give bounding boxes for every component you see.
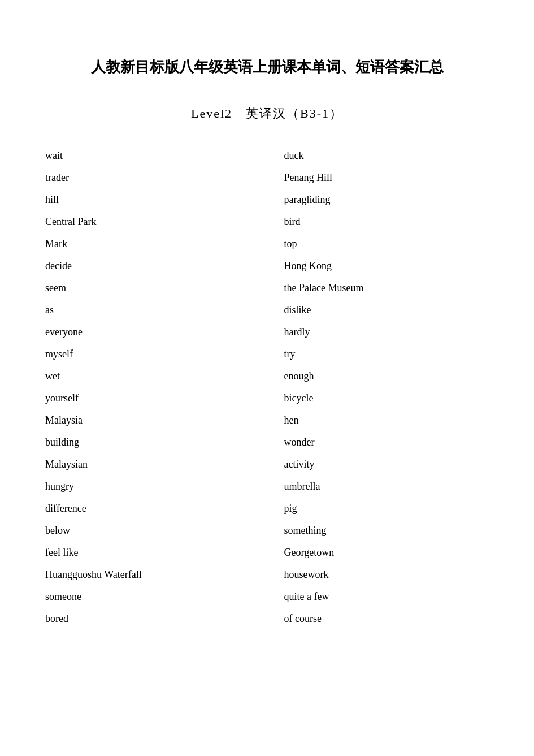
vocab-item-right: Hong Kong xyxy=(284,255,489,277)
vocab-item-left: myself xyxy=(45,343,250,365)
vocab-item-left: yourself xyxy=(45,387,250,409)
vocab-item-left: bored xyxy=(45,608,250,630)
vocab-item-left: trader xyxy=(45,167,250,189)
vocab-item-right: housework xyxy=(284,564,489,586)
vocab-item-right: hen xyxy=(284,409,489,431)
vocab-item-right: activity xyxy=(284,453,489,476)
vocab-item-right: Georgetown xyxy=(284,542,489,564)
vocab-item-left: someone xyxy=(45,586,250,608)
subtitle: Level2 英译汉（B3-1） xyxy=(45,105,489,122)
vocab-item-left: building xyxy=(45,431,250,453)
vocab-item-right: enough xyxy=(284,365,489,387)
vocab-item-right: bicycle xyxy=(284,387,489,409)
vocab-item-right: Penang Hill xyxy=(284,167,489,189)
vocab-item-left: Huangguoshu Waterfall xyxy=(45,564,250,586)
vocab-item-right: pig xyxy=(284,498,489,520)
vocab-item-right: duck xyxy=(284,145,489,167)
top-divider xyxy=(45,34,489,34)
vocab-item-right: try xyxy=(284,343,489,365)
vocab-item-left: below xyxy=(45,520,250,542)
vocab-item-left: seem xyxy=(45,277,250,299)
vocab-grid: waitducktraderPenang Hillhillparagliding… xyxy=(45,145,489,630)
vocab-item-right: dislike xyxy=(284,299,489,321)
vocab-item-left: difference xyxy=(45,498,250,520)
page-title: 人教新目标版八年级英语上册课本单词、短语答案汇总 xyxy=(45,57,489,77)
vocab-item-left: Central Park xyxy=(45,211,250,233)
vocab-item-right: umbrella xyxy=(284,476,489,498)
vocab-item-left: everyone xyxy=(45,321,250,343)
vocab-item-left: Malaysia xyxy=(45,409,250,431)
vocab-item-right: quite a few xyxy=(284,586,489,608)
vocab-item-left: feel like xyxy=(45,542,250,564)
vocab-item-left: wait xyxy=(45,145,250,167)
vocab-item-right: something xyxy=(284,520,489,542)
vocab-item-left: as xyxy=(45,299,250,321)
vocab-item-right: the Palace Museum xyxy=(284,277,489,299)
vocab-item-right: top xyxy=(284,233,489,255)
vocab-item-right: paragliding xyxy=(284,189,489,211)
vocab-item-left: Malaysian xyxy=(45,453,250,476)
vocab-item-left: hungry xyxy=(45,476,250,498)
vocab-item-left: Mark xyxy=(45,233,250,255)
vocab-item-left: hill xyxy=(45,189,250,211)
vocab-item-left: wet xyxy=(45,365,250,387)
vocab-item-right: of course xyxy=(284,608,489,630)
vocab-item-left: decide xyxy=(45,255,250,277)
vocab-item-right: wonder xyxy=(284,431,489,453)
vocab-item-right: hardly xyxy=(284,321,489,343)
vocab-item-right: bird xyxy=(284,211,489,233)
